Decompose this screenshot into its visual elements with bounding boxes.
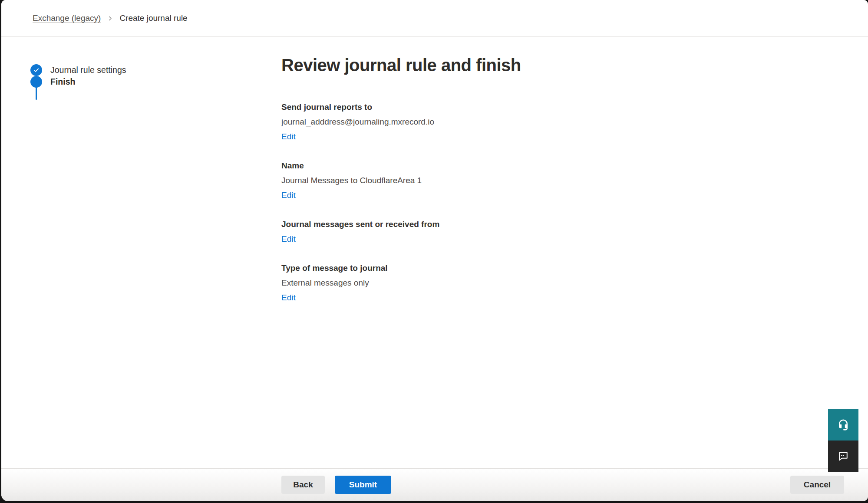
section-label: Send journal reports to — [281, 102, 842, 113]
chat-feedback-icon — [837, 450, 849, 462]
section-label: Journal messages sent or received from — [281, 219, 842, 230]
wizard-steps: Journal rule settings Finish — [1, 37, 252, 88]
support-button-stack — [828, 409, 858, 472]
submit-button[interactable]: Submit — [335, 476, 391, 494]
review-pane: Review journal rule and finish Send jour… — [253, 37, 868, 468]
breadcrumb-create-journal-rule: Create journal rule — [119, 13, 187, 23]
review-section-journal-messages-scope: Journal messages sent or received from E… — [281, 219, 842, 245]
page-title: Review journal rule and finish — [281, 55, 842, 76]
support-button[interactable] — [828, 409, 858, 441]
wizard-step-label: Finish — [50, 77, 75, 87]
review-section-message-type: Type of message to journal External mess… — [281, 263, 842, 303]
edit-message-type-link[interactable]: Edit — [281, 292, 296, 303]
footer-action-bar: Back Submit Cancel — [1, 468, 868, 501]
top-header: Exchange (legacy) Create journal rule — [1, 0, 868, 37]
section-value: External messages only — [281, 277, 842, 289]
step-connector-line — [36, 81, 37, 100]
section-label: Type of message to journal — [281, 263, 842, 274]
wizard-panel: Journal rule settings Finish — [1, 37, 252, 468]
wizard-step-label: Journal rule settings — [50, 65, 126, 75]
breadcrumb-exchange-legacy[interactable]: Exchange (legacy) — [33, 13, 101, 23]
section-value: journal_adddress@journaling.mxrecord.io — [281, 116, 842, 128]
headset-icon — [837, 418, 850, 431]
step-completed-check-icon — [30, 64, 42, 76]
review-section-name: Name Journal Messages to CloudflareArea … — [281, 160, 842, 201]
app-window: Exchange (legacy) Create journal rule Jo… — [1, 0, 868, 501]
wizard-step-journal-rule-settings[interactable]: Journal rule settings — [30, 64, 252, 76]
edit-send-journal-reports-link[interactable]: Edit — [281, 131, 296, 142]
edit-name-link[interactable]: Edit — [281, 190, 296, 201]
back-button[interactable]: Back — [281, 476, 325, 494]
cancel-button[interactable]: Cancel — [790, 476, 844, 494]
section-value: Journal Messages to CloudflareArea 1 — [281, 175, 842, 186]
review-section-send-journal-reports-to: Send journal reports to journal_adddress… — [281, 102, 842, 142]
chevron-right-icon — [107, 16, 113, 21]
wizard-step-finish[interactable]: Finish — [30, 76, 252, 88]
section-label: Name — [281, 160, 842, 171]
feedback-button[interactable] — [828, 441, 858, 472]
breadcrumb: Exchange (legacy) Create journal rule — [33, 13, 188, 23]
edit-journal-messages-scope-link[interactable]: Edit — [281, 233, 296, 245]
